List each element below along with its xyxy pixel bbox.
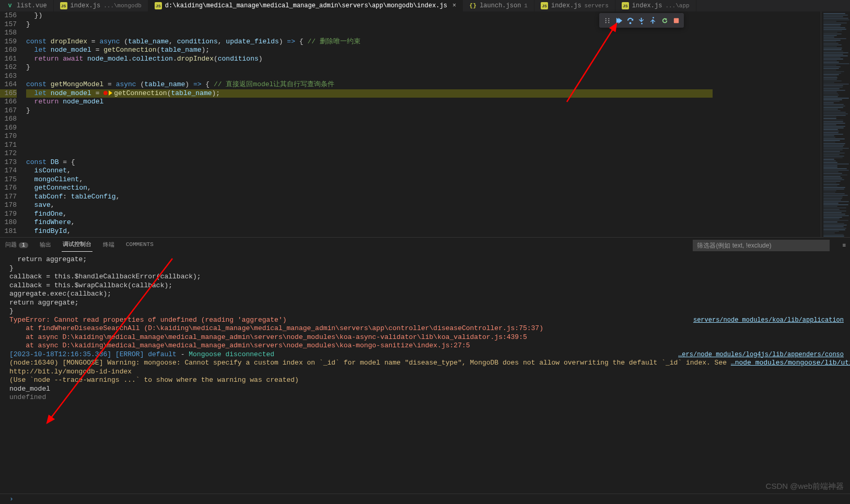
code-line: } bbox=[26, 20, 713, 29]
panel-tab[interactable]: COMMENTS bbox=[125, 240, 155, 251]
panel-tab[interactable]: 终端 bbox=[102, 240, 115, 252]
line-number: 159 bbox=[0, 38, 17, 46]
code-line: } bbox=[26, 63, 713, 72]
code-line bbox=[26, 141, 713, 150]
debug-console[interactable]: return aggregate;}callback = this.$handl… bbox=[0, 253, 850, 494]
code-line: mongoClient, bbox=[26, 175, 713, 184]
line-number: 167 bbox=[0, 107, 17, 115]
console-line: (node:16340) [MONGOOSE] Warning: mongoos… bbox=[9, 359, 850, 368]
line-number: 170 bbox=[0, 132, 17, 141]
code-line bbox=[26, 132, 713, 141]
repl-input[interactable]: › bbox=[0, 494, 850, 504]
console-line: return aggregate; bbox=[9, 299, 850, 308]
js-icon: JS bbox=[155, 2, 162, 9]
code-line: const DB = { bbox=[26, 158, 713, 167]
code-line bbox=[26, 124, 713, 133]
code-line: getConnection, bbox=[26, 184, 713, 193]
code-line: tabConf: tableConfig, bbox=[26, 193, 713, 202]
tab-label: launch.json bbox=[480, 2, 521, 9]
code-line: const dropIndex = async (table_name, con… bbox=[26, 38, 713, 46]
tab-sublabel: ...\mongodb bbox=[103, 3, 142, 9]
code-line bbox=[26, 72, 713, 81]
console-line: at async D:\kaiding\medical_manage\medic… bbox=[9, 333, 850, 342]
minimap[interactable] bbox=[821, 11, 850, 237]
line-number: 178 bbox=[0, 201, 17, 210]
line-number: 171 bbox=[0, 141, 17, 150]
code-line: const getMongoModel = async (table_name)… bbox=[26, 80, 713, 89]
console-line: return aggregate; bbox=[9, 255, 850, 264]
js-icon: JS bbox=[541, 2, 548, 9]
line-number: 169 bbox=[0, 124, 17, 133]
js-icon: JS bbox=[60, 2, 67, 9]
tab-sublabel: ...\app bbox=[665, 3, 689, 9]
code-line: } bbox=[26, 107, 713, 115]
code-line: findOne, bbox=[26, 210, 713, 219]
code-line: let node_model = getConnection(table_nam… bbox=[26, 46, 713, 55]
js-icon: JS bbox=[622, 2, 629, 9]
line-number: 177 bbox=[0, 193, 17, 202]
editor-tab[interactable]: {}launch.json1 bbox=[463, 0, 534, 11]
editor-tab[interactable]: JSindex.jsservers bbox=[534, 0, 615, 11]
editor-tab[interactable]: Vlist.vue bbox=[0, 0, 54, 11]
line-number: 160 bbox=[0, 46, 17, 55]
tab-label: list.vue bbox=[17, 2, 47, 9]
code-line bbox=[26, 149, 713, 158]
tab-sublabel: servers bbox=[585, 3, 609, 9]
tab-label: index.js bbox=[71, 2, 101, 9]
console-line: TypeError: Cannot read properties of und… bbox=[9, 316, 850, 325]
watermark: CSDN @web前端神器 bbox=[766, 482, 844, 491]
code-line: findWhere, bbox=[26, 218, 713, 227]
line-number: 175 bbox=[0, 175, 17, 184]
editor-tab-bar: Vlist.vueJSindex.js...\mongodbJSd:\kaidi… bbox=[0, 0, 850, 11]
line-number: 168 bbox=[0, 115, 17, 124]
console-line: at async D:\kaiding\medical_manage\medic… bbox=[9, 342, 850, 350]
line-number: 180 bbox=[0, 218, 17, 227]
line-number: 172 bbox=[0, 149, 17, 158]
line-number: 157 bbox=[0, 20, 17, 29]
code-line: save, bbox=[26, 201, 713, 210]
line-number: 156 bbox=[0, 11, 17, 20]
code-line bbox=[26, 29, 713, 38]
code-line: isConnet, bbox=[26, 167, 713, 175]
line-number: 181 bbox=[0, 227, 17, 236]
console-line: callback = this.$wrapCallback(callback); bbox=[9, 282, 850, 290]
console-line: } bbox=[9, 307, 850, 316]
console-line: at findWhereDiseaseSearchAll (D:\kaiding… bbox=[9, 324, 850, 333]
close-icon[interactable]: × bbox=[452, 2, 456, 9]
source-link[interactable]: …ers/node_modules/log4js/lib/appenders/c… bbox=[678, 350, 844, 359]
line-number: 161 bbox=[0, 55, 17, 64]
line-number: 164 bbox=[0, 80, 17, 89]
console-line: http://bit.ly/mongodb-id-index bbox=[9, 368, 850, 377]
panel-tab[interactable]: 问题1 bbox=[4, 240, 29, 252]
console-line: callback = this.$handleCallbackError(cal… bbox=[9, 273, 850, 282]
console-line: [2023-10-18T12:16:35.336] [ERROR] defaul… bbox=[9, 350, 850, 359]
console-line: node_model bbox=[9, 385, 850, 394]
code-line: return await node_model.collection.dropI… bbox=[26, 55, 713, 64]
filter-input[interactable] bbox=[693, 240, 830, 251]
code-line: let node_model = getConnection(table_nam… bbox=[26, 89, 713, 98]
tab-sublabel: 1 bbox=[524, 3, 528, 9]
code-editor[interactable]: 156157158159160161162163164▶165166167168… bbox=[0, 11, 850, 237]
console-line: undefined bbox=[9, 393, 850, 402]
tab-label: d:\kaiding\medical_manage\medical_manage… bbox=[165, 2, 447, 9]
editor-tab[interactable]: JSd:\kaiding\medical_manage\medical_mana… bbox=[148, 0, 463, 11]
line-number: 176 bbox=[0, 184, 17, 193]
code-line: return node_model bbox=[26, 98, 713, 107]
panel-tab[interactable]: 输出 bbox=[39, 240, 52, 252]
line-number: 174 bbox=[0, 167, 17, 175]
code-line: findById, bbox=[26, 227, 713, 236]
line-number: 173 bbox=[0, 158, 17, 167]
line-number: 158 bbox=[0, 29, 17, 38]
editor-tab[interactable]: JSindex.js...\app bbox=[615, 0, 696, 11]
panel-tab-bar: 问题1输出调试控制台终端COMMENTS ≡ bbox=[0, 238, 850, 253]
panel-settings-icon[interactable]: ≡ bbox=[842, 242, 846, 249]
editor-tab[interactable]: JSindex.js...\mongodb bbox=[54, 0, 148, 11]
line-number: 166 bbox=[0, 98, 17, 107]
tab-label: index.js bbox=[551, 2, 581, 9]
code-line bbox=[26, 115, 713, 124]
line-number: 179 bbox=[0, 210, 17, 219]
console-line: aggregate.exec(callback); bbox=[9, 290, 850, 299]
panel-tab[interactable]: 调试控制台 bbox=[62, 239, 92, 252]
badge: 1 bbox=[19, 242, 28, 248]
line-number: ▶165 bbox=[0, 89, 17, 98]
